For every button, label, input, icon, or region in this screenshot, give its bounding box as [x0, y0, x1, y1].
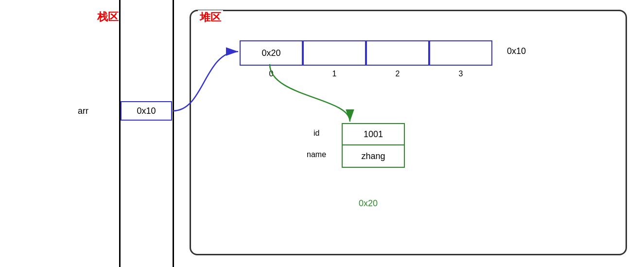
array-cell-1 [303, 40, 366, 66]
stack-area: 栈区 arr 0x10 [0, 0, 180, 267]
stack-left-border [119, 0, 121, 267]
index-label-2: 2 [366, 70, 429, 78]
index-label-0: 0 [240, 70, 303, 78]
arr-variable-label: arr [78, 106, 88, 116]
array-addr-right: 0x10 [507, 46, 526, 56]
object-box: 1001 zhang [342, 123, 405, 168]
index-label-3: 3 [429, 70, 492, 78]
object-field-id-label: id [313, 129, 319, 138]
object-id-row: 1001 [343, 124, 404, 145]
array-index-labels: 0 1 2 3 [240, 70, 492, 78]
array-cell-3 [429, 40, 492, 66]
stack-label: 栈区 [97, 10, 119, 24]
stack-right-border [173, 0, 174, 267]
heap-label: 堆区 [198, 10, 223, 25]
object-addr-label: 0x20 [359, 198, 378, 209]
object-name-row: zhang [343, 145, 404, 167]
array-row: 0x20 [240, 40, 492, 66]
index-label-1: 1 [303, 70, 366, 78]
array-cell-0: 0x20 [240, 40, 303, 66]
object-field-name-label: name [307, 150, 326, 159]
stack-cell-arr: 0x10 [121, 101, 172, 121]
heap-area: 堆区 0x20 0 1 2 3 0x10 id name 1001 zhang [190, 10, 627, 255]
array-cell-2 [366, 40, 429, 66]
